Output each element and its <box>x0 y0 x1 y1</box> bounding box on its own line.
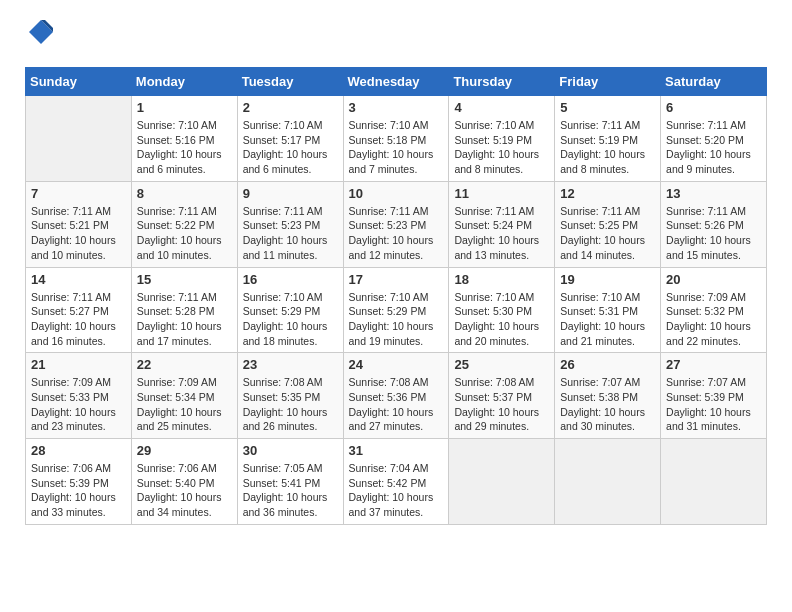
day-number: 26 <box>560 357 655 372</box>
sunset-label: Sunset: 5:34 PM <box>137 391 215 403</box>
logo <box>25 20 55 52</box>
cell-content: Sunrise: 7:04 AM Sunset: 5:42 PM Dayligh… <box>349 461 444 520</box>
sunrise-label: Sunrise: 7:10 AM <box>243 291 323 303</box>
sunset-label: Sunset: 5:37 PM <box>454 391 532 403</box>
day-number: 16 <box>243 272 338 287</box>
week-row-1: 1 Sunrise: 7:10 AM Sunset: 5:16 PM Dayli… <box>26 96 767 182</box>
calendar-cell: 5 Sunrise: 7:11 AM Sunset: 5:19 PM Dayli… <box>555 96 661 182</box>
daylight-label: Daylight: 10 hours and 14 minutes. <box>560 234 645 261</box>
cell-content: Sunrise: 7:10 AM Sunset: 5:30 PM Dayligh… <box>454 290 549 349</box>
calendar-cell: 2 Sunrise: 7:10 AM Sunset: 5:17 PM Dayli… <box>237 96 343 182</box>
day-number: 2 <box>243 100 338 115</box>
calendar-cell: 10 Sunrise: 7:11 AM Sunset: 5:23 PM Dayl… <box>343 181 449 267</box>
calendar-cell: 28 Sunrise: 7:06 AM Sunset: 5:39 PM Dayl… <box>26 439 132 525</box>
daylight-label: Daylight: 10 hours and 33 minutes. <box>31 491 116 518</box>
sunset-label: Sunset: 5:39 PM <box>666 391 744 403</box>
cell-content: Sunrise: 7:10 AM Sunset: 5:29 PM Dayligh… <box>243 290 338 349</box>
sunrise-label: Sunrise: 7:08 AM <box>349 376 429 388</box>
daylight-label: Daylight: 10 hours and 18 minutes. <box>243 320 328 347</box>
logo-text <box>25 20 55 52</box>
cell-content: Sunrise: 7:11 AM Sunset: 5:26 PM Dayligh… <box>666 204 761 263</box>
calendar-table: SundayMondayTuesdayWednesdayThursdayFrid… <box>25 67 767 525</box>
cell-content: Sunrise: 7:07 AM Sunset: 5:39 PM Dayligh… <box>666 375 761 434</box>
cell-content: Sunrise: 7:11 AM Sunset: 5:19 PM Dayligh… <box>560 118 655 177</box>
calendar-cell <box>555 439 661 525</box>
cell-content: Sunrise: 7:09 AM Sunset: 5:33 PM Dayligh… <box>31 375 126 434</box>
calendar-cell <box>449 439 555 525</box>
daylight-label: Daylight: 10 hours and 25 minutes. <box>137 406 222 433</box>
sunrise-label: Sunrise: 7:11 AM <box>349 205 429 217</box>
cell-content: Sunrise: 7:07 AM Sunset: 5:38 PM Dayligh… <box>560 375 655 434</box>
daylight-label: Daylight: 10 hours and 36 minutes. <box>243 491 328 518</box>
calendar-cell: 25 Sunrise: 7:08 AM Sunset: 5:37 PM Dayl… <box>449 353 555 439</box>
daylight-label: Daylight: 10 hours and 17 minutes. <box>137 320 222 347</box>
daylight-label: Daylight: 10 hours and 11 minutes. <box>243 234 328 261</box>
sunrise-label: Sunrise: 7:11 AM <box>31 291 111 303</box>
cell-content: Sunrise: 7:11 AM Sunset: 5:24 PM Dayligh… <box>454 204 549 263</box>
calendar-cell: 20 Sunrise: 7:09 AM Sunset: 5:32 PM Dayl… <box>661 267 767 353</box>
header-row: SundayMondayTuesdayWednesdayThursdayFrid… <box>26 68 767 96</box>
sunset-label: Sunset: 5:38 PM <box>560 391 638 403</box>
daylight-label: Daylight: 10 hours and 8 minutes. <box>560 148 645 175</box>
daylight-label: Daylight: 10 hours and 21 minutes. <box>560 320 645 347</box>
day-number: 7 <box>31 186 126 201</box>
sunrise-label: Sunrise: 7:10 AM <box>454 119 534 131</box>
sunset-label: Sunset: 5:17 PM <box>243 134 321 146</box>
day-number: 10 <box>349 186 444 201</box>
sunrise-label: Sunrise: 7:05 AM <box>243 462 323 474</box>
daylight-label: Daylight: 10 hours and 8 minutes. <box>454 148 539 175</box>
sunrise-label: Sunrise: 7:10 AM <box>454 291 534 303</box>
daylight-label: Daylight: 10 hours and 27 minutes. <box>349 406 434 433</box>
sunrise-label: Sunrise: 7:11 AM <box>560 205 640 217</box>
calendar-cell: 21 Sunrise: 7:09 AM Sunset: 5:33 PM Dayl… <box>26 353 132 439</box>
day-number: 24 <box>349 357 444 372</box>
week-row-5: 28 Sunrise: 7:06 AM Sunset: 5:39 PM Dayl… <box>26 439 767 525</box>
cell-content: Sunrise: 7:08 AM Sunset: 5:36 PM Dayligh… <box>349 375 444 434</box>
daylight-label: Daylight: 10 hours and 10 minutes. <box>31 234 116 261</box>
sunrise-label: Sunrise: 7:06 AM <box>31 462 111 474</box>
sunrise-label: Sunrise: 7:08 AM <box>243 376 323 388</box>
calendar-cell: 7 Sunrise: 7:11 AM Sunset: 5:21 PM Dayli… <box>26 181 132 267</box>
calendar-header: SundayMondayTuesdayWednesdayThursdayFrid… <box>26 68 767 96</box>
sunset-label: Sunset: 5:40 PM <box>137 477 215 489</box>
calendar-cell: 26 Sunrise: 7:07 AM Sunset: 5:38 PM Dayl… <box>555 353 661 439</box>
calendar-cell: 3 Sunrise: 7:10 AM Sunset: 5:18 PM Dayli… <box>343 96 449 182</box>
sunrise-label: Sunrise: 7:11 AM <box>31 205 111 217</box>
cell-content: Sunrise: 7:11 AM Sunset: 5:22 PM Dayligh… <box>137 204 232 263</box>
daylight-label: Daylight: 10 hours and 29 minutes. <box>454 406 539 433</box>
calendar-cell: 29 Sunrise: 7:06 AM Sunset: 5:40 PM Dayl… <box>131 439 237 525</box>
cell-content: Sunrise: 7:10 AM Sunset: 5:31 PM Dayligh… <box>560 290 655 349</box>
svg-marker-0 <box>29 20 53 44</box>
sunrise-label: Sunrise: 7:09 AM <box>137 376 217 388</box>
day-number: 8 <box>137 186 232 201</box>
cell-content: Sunrise: 7:10 AM Sunset: 5:19 PM Dayligh… <box>454 118 549 177</box>
sunrise-label: Sunrise: 7:10 AM <box>243 119 323 131</box>
daylight-label: Daylight: 10 hours and 15 minutes. <box>666 234 751 261</box>
cell-content: Sunrise: 7:08 AM Sunset: 5:35 PM Dayligh… <box>243 375 338 434</box>
sunset-label: Sunset: 5:39 PM <box>31 477 109 489</box>
day-number: 18 <box>454 272 549 287</box>
calendar-cell: 27 Sunrise: 7:07 AM Sunset: 5:39 PM Dayl… <box>661 353 767 439</box>
sunrise-label: Sunrise: 7:08 AM <box>454 376 534 388</box>
calendar-cell: 31 Sunrise: 7:04 AM Sunset: 5:42 PM Dayl… <box>343 439 449 525</box>
header-day-friday: Friday <box>555 68 661 96</box>
daylight-label: Daylight: 10 hours and 16 minutes. <box>31 320 116 347</box>
sunset-label: Sunset: 5:29 PM <box>243 305 321 317</box>
day-number: 1 <box>137 100 232 115</box>
sunset-label: Sunset: 5:25 PM <box>560 219 638 231</box>
calendar-cell: 13 Sunrise: 7:11 AM Sunset: 5:26 PM Dayl… <box>661 181 767 267</box>
day-number: 11 <box>454 186 549 201</box>
calendar-cell: 12 Sunrise: 7:11 AM Sunset: 5:25 PM Dayl… <box>555 181 661 267</box>
sunrise-label: Sunrise: 7:11 AM <box>666 205 746 217</box>
sunrise-label: Sunrise: 7:11 AM <box>454 205 534 217</box>
page-header <box>25 20 767 52</box>
calendar-cell: 17 Sunrise: 7:10 AM Sunset: 5:29 PM Dayl… <box>343 267 449 353</box>
day-number: 3 <box>349 100 444 115</box>
daylight-label: Daylight: 10 hours and 34 minutes. <box>137 491 222 518</box>
sunset-label: Sunset: 5:24 PM <box>454 219 532 231</box>
calendar-cell: 15 Sunrise: 7:11 AM Sunset: 5:28 PM Dayl… <box>131 267 237 353</box>
cell-content: Sunrise: 7:08 AM Sunset: 5:37 PM Dayligh… <box>454 375 549 434</box>
sunrise-label: Sunrise: 7:10 AM <box>560 291 640 303</box>
day-number: 20 <box>666 272 761 287</box>
day-number: 14 <box>31 272 126 287</box>
